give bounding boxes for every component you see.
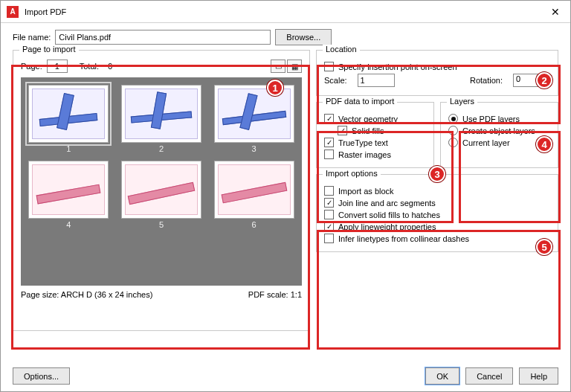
- location-legend: Location: [323, 45, 360, 54]
- convert-hatches-checkbox[interactable]: [324, 210, 334, 219]
- page-thumbnail[interactable]: [121, 161, 201, 219]
- truetype-text-label: TrueType text: [338, 138, 388, 147]
- thumb-label: 5: [159, 220, 164, 229]
- cancel-button[interactable]: Cancel: [465, 367, 513, 385]
- page-size-label: Page size:: [21, 290, 59, 299]
- join-segments-label: Join line and arc segments: [338, 199, 436, 208]
- raster-images-label: Raster images: [338, 150, 391, 159]
- rotation-select[interactable]: 0: [513, 74, 550, 87]
- file-name-label: File name:: [13, 33, 51, 42]
- page-label: Page:: [21, 62, 42, 71]
- pdf-scale-label: PDF scale:: [248, 290, 288, 299]
- current-layer-radio[interactable]: [448, 138, 458, 147]
- import-options-group: Import options Import as block Join line…: [316, 174, 558, 252]
- titlebar: A Import PDF ✕: [1, 1, 570, 23]
- vector-geometry-checkbox[interactable]: [324, 114, 334, 123]
- page-thumbnail[interactable]: [28, 161, 109, 219]
- import-as-block-checkbox[interactable]: [324, 186, 334, 196]
- page-to-import-group: Page to import Page: Total: 6 ▭ ▦: [13, 50, 310, 331]
- ok-button[interactable]: OK: [425, 367, 459, 385]
- solid-fills-checkbox[interactable]: [338, 126, 347, 135]
- view-grid-icon[interactable]: ▦: [287, 60, 302, 73]
- window-title: Import PDF: [25, 7, 546, 16]
- total-label: Total:: [80, 62, 99, 71]
- import-as-block-label: Import as block: [338, 187, 394, 196]
- browse-button[interactable]: Browse...: [275, 29, 332, 45]
- layers-legend: Layers: [447, 97, 477, 106]
- lineweight-checkbox[interactable]: [324, 222, 334, 231]
- page-to-import-legend: Page to import: [19, 45, 79, 54]
- thumbnail-panel: 1 2: [21, 77, 302, 286]
- thumb-label: 2: [159, 144, 164, 153]
- create-object-layers-label: Create object layers: [462, 126, 535, 135]
- close-icon[interactable]: ✕: [546, 3, 564, 21]
- import-pdf-dialog: A Import PDF ✕ File name: Browse... Page…: [0, 0, 571, 392]
- use-pdf-layers-radio[interactable]: [448, 114, 458, 123]
- join-segments-checkbox[interactable]: [324, 198, 334, 208]
- page-size-value: ARCH D (36 x 24 inches): [61, 290, 153, 299]
- data-and-layers-row: PDF data to import Vector geometry Solid…: [316, 102, 558, 168]
- layers-group: Layers Use PDF layers Create object laye…: [440, 102, 558, 168]
- pdf-data-group: PDF data to import Vector geometry Solid…: [316, 102, 434, 168]
- scale-input[interactable]: [358, 74, 395, 87]
- current-layer-label: Current layer: [462, 138, 510, 147]
- location-group: Location Specify insertion point on-scre…: [316, 50, 558, 96]
- app-icon: A: [7, 6, 19, 18]
- rotation-label: Rotation:: [470, 76, 503, 85]
- options-button[interactable]: Options...: [13, 367, 70, 385]
- raster-images-checkbox[interactable]: [324, 150, 334, 159]
- pdf-data-legend: PDF data to import: [323, 97, 397, 106]
- specify-point-checkbox[interactable]: [324, 62, 334, 71]
- scale-label: Scale:: [324, 76, 347, 85]
- solid-fills-label: Solid fills: [352, 126, 384, 135]
- file-name-input[interactable]: [55, 30, 271, 45]
- view-single-icon[interactable]: ▭: [271, 60, 286, 73]
- thumb-label: 6: [252, 220, 257, 229]
- thumb-label: 1: [66, 144, 71, 153]
- file-row: File name: Browse...: [1, 23, 570, 50]
- page-number-input[interactable]: [47, 60, 68, 73]
- pdf-scale-value: 1:1: [291, 290, 302, 299]
- page-thumbnail[interactable]: [214, 85, 294, 143]
- help-button[interactable]: Help: [519, 367, 558, 385]
- infer-linetypes-checkbox[interactable]: [324, 234, 334, 243]
- specify-point-label: Specify insertion point on-screen: [338, 62, 457, 71]
- create-object-layers-radio[interactable]: [448, 126, 458, 135]
- import-options-legend: Import options: [323, 169, 381, 178]
- vector-geometry-label: Vector geometry: [338, 115, 398, 123]
- use-pdf-layers-label: Use PDF layers: [462, 115, 520, 123]
- thumb-label: 3: [252, 144, 257, 153]
- thumb-label: 4: [66, 220, 71, 229]
- page-thumbnail[interactable]: [121, 85, 201, 143]
- truetype-text-checkbox[interactable]: [324, 138, 334, 147]
- lineweight-label: Apply lineweight properties: [338, 222, 436, 231]
- total-value: 6: [108, 62, 112, 71]
- page-thumbnail[interactable]: [28, 85, 109, 143]
- convert-hatches-label: Convert solid fills to hatches: [338, 211, 440, 219]
- page-thumbnail[interactable]: [214, 161, 294, 219]
- infer-linetypes-label: Infer linetypes from collinear dashes: [338, 234, 469, 243]
- dialog-buttons: Options... OK Cancel Help: [13, 367, 558, 385]
